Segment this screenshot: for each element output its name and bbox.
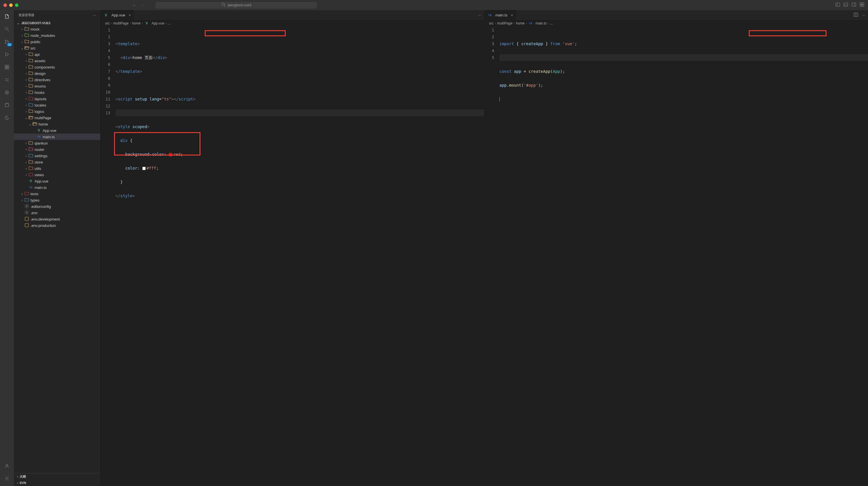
- minimize-window-button[interactable]: [9, 3, 13, 7]
- tree-item-types[interactable]: ›types: [14, 197, 100, 203]
- breadcrumb-segment[interactable]: home: [516, 21, 524, 25]
- close-tab-icon[interactable]: ×: [511, 13, 513, 17]
- layout-panel-icon[interactable]: [843, 2, 848, 8]
- breadcrumb-segment[interactable]: multiPage: [113, 21, 128, 25]
- project-manager-icon[interactable]: [3, 102, 10, 108]
- tree-item-home[interactable]: ⌄home: [14, 121, 100, 127]
- timeline-icon[interactable]: [3, 114, 10, 121]
- tree-item-App-vue[interactable]: VApp.vue: [14, 127, 100, 134]
- chevron-icon: ›: [20, 40, 24, 43]
- scm-badge: 32: [7, 43, 12, 46]
- chevron-icon: ›: [24, 91, 28, 94]
- tree-item--editorconfig[interactable]: .editorconfig: [14, 203, 100, 209]
- chevron-icon: ›: [24, 142, 28, 145]
- layout-secondary-icon[interactable]: [851, 2, 857, 8]
- breadcrumb-separator: ›: [142, 21, 143, 25]
- tree-item-views[interactable]: ›views: [14, 171, 100, 178]
- accounts-icon[interactable]: [3, 462, 10, 469]
- tree-item--env[interactable]: .env: [14, 209, 100, 216]
- breadcrumbs[interactable]: src›multiPage›home›TSmain.ts›...: [485, 20, 868, 27]
- breadcrumbs[interactable]: src›multiPage›home›VApp.vue›...: [100, 20, 484, 27]
- svg-rect-10: [860, 5, 862, 7]
- tree-item-node_modules[interactable]: ›node_modules: [14, 32, 100, 39]
- customize-layout-icon[interactable]: [859, 2, 865, 8]
- outline-section[interactable]: ›大纲: [14, 473, 100, 480]
- tree-item-layouts[interactable]: ›layouts: [14, 96, 100, 102]
- tree-item-label: src: [31, 46, 35, 51]
- tab-main-ts[interactable]: TS main.ts ×: [485, 10, 516, 20]
- close-tab-icon[interactable]: ×: [129, 13, 131, 17]
- tree-item-tests[interactable]: ›tests: [14, 191, 100, 197]
- tree-item-router[interactable]: ›router: [14, 146, 100, 153]
- breadcrumb-separator: ›: [548, 21, 549, 25]
- tree-item-label: node_modules: [31, 33, 55, 38]
- tree-item-main-ts[interactable]: TSmain.ts: [14, 184, 100, 191]
- extensions-icon[interactable]: [3, 64, 10, 70]
- tree-item-multiPage[interactable]: ⌄multiPage: [14, 115, 100, 121]
- breadcrumb-segment[interactable]: home: [132, 21, 141, 25]
- tree-item-hooks[interactable]: ›hooks: [14, 89, 100, 96]
- breadcrumb-segment[interactable]: main.ts: [535, 21, 547, 25]
- svg-rect-6: [852, 3, 856, 6]
- breadcrumb-segment[interactable]: ...: [550, 21, 553, 25]
- tree-item-directives[interactable]: ›directives: [14, 76, 100, 83]
- project-header[interactable]: ⌄ JEECGBOOT-VUE3: [14, 20, 100, 26]
- tab-more-icon[interactable]: ···: [862, 13, 865, 17]
- maximize-window-button[interactable]: [15, 3, 19, 7]
- explorer-icon[interactable]: [3, 13, 10, 20]
- tree-item-mock[interactable]: ›mock: [14, 26, 100, 32]
- svn-section[interactable]: ›SVN: [14, 480, 100, 486]
- tree-item-settings[interactable]: ›settings: [14, 153, 100, 159]
- tree-item-assets[interactable]: ›assets: [14, 58, 100, 64]
- tree-item-logics[interactable]: ›logics: [14, 108, 100, 115]
- tree-item-main-ts[interactable]: TSmain.ts: [14, 134, 100, 140]
- breadcrumb-separator: ›: [130, 21, 131, 25]
- tree-item-label: router: [35, 148, 44, 152]
- nav-back-icon[interactable]: ←: [132, 3, 136, 7]
- nav-forward-icon[interactable]: →: [142, 3, 145, 7]
- breadcrumb-segment[interactable]: multiPage: [497, 21, 512, 25]
- close-window-button[interactable]: [3, 3, 7, 7]
- tree-item-components[interactable]: ›components: [14, 64, 100, 70]
- tree-item-public[interactable]: ›public: [14, 39, 100, 45]
- svg-rect-18: [5, 67, 7, 69]
- tree-item--env-development[interactable]: .env.development: [14, 216, 100, 222]
- tree-item-api[interactable]: ›api: [14, 51, 100, 58]
- run-debug-icon[interactable]: [3, 51, 10, 58]
- tree-item-src[interactable]: ⌄src: [14, 45, 100, 51]
- breadcrumb-separator: ›: [165, 21, 166, 25]
- split-editor-icon[interactable]: [853, 12, 859, 18]
- command-center[interactable]: jeecgboot-vue3: [156, 2, 317, 9]
- tree-item-utils[interactable]: ›utils: [14, 165, 100, 171]
- source-control-icon[interactable]: 32: [3, 38, 10, 45]
- breadcrumb-separator: ›: [514, 21, 515, 25]
- tree-item-design[interactable]: ›design: [14, 70, 100, 76]
- text-cursor: [499, 97, 500, 102]
- sourcegraph-icon[interactable]: [3, 76, 10, 83]
- tree-item-store[interactable]: ›store: [14, 159, 100, 165]
- docker-icon[interactable]: [3, 89, 10, 96]
- settings-gear-icon[interactable]: [3, 475, 10, 482]
- layout-primary-icon[interactable]: [835, 2, 840, 8]
- tree-item-enums[interactable]: ›enums: [14, 83, 100, 89]
- chevron-icon: ⌄: [20, 46, 24, 50]
- tab-app-vue[interactable]: V App.vue ×: [100, 10, 134, 20]
- breadcrumb-segment[interactable]: src: [105, 21, 110, 25]
- folder-icon: [24, 191, 29, 197]
- breadcrumb-file-icon: TS: [528, 22, 533, 25]
- search-activity-icon[interactable]: [3, 26, 10, 33]
- breadcrumb-segment[interactable]: ...: [167, 21, 170, 25]
- tree-item-locales[interactable]: ›locales: [14, 102, 100, 108]
- breadcrumb-segment[interactable]: App.vue: [152, 21, 164, 25]
- code-content[interactable]: <template> <div>home 页面</div> </template…: [116, 27, 484, 486]
- tab-more-icon[interactable]: ···: [478, 13, 481, 17]
- chevron-icon: ›: [24, 110, 28, 113]
- tree-item-qiankun[interactable]: ›qiankun: [14, 140, 100, 146]
- code-content[interactable]: import { createApp } from 'vue'; import …: [499, 27, 868, 486]
- sidebar-more-icon[interactable]: ···: [93, 13, 96, 17]
- tree-item-App-vue[interactable]: VApp.vue: [14, 178, 100, 184]
- search-label: jeecgboot-vue3: [228, 3, 251, 7]
- chevron-icon: ›: [24, 148, 28, 151]
- tree-item--env-production[interactable]: .env.production: [14, 222, 100, 229]
- breadcrumb-segment[interactable]: src: [489, 21, 494, 25]
